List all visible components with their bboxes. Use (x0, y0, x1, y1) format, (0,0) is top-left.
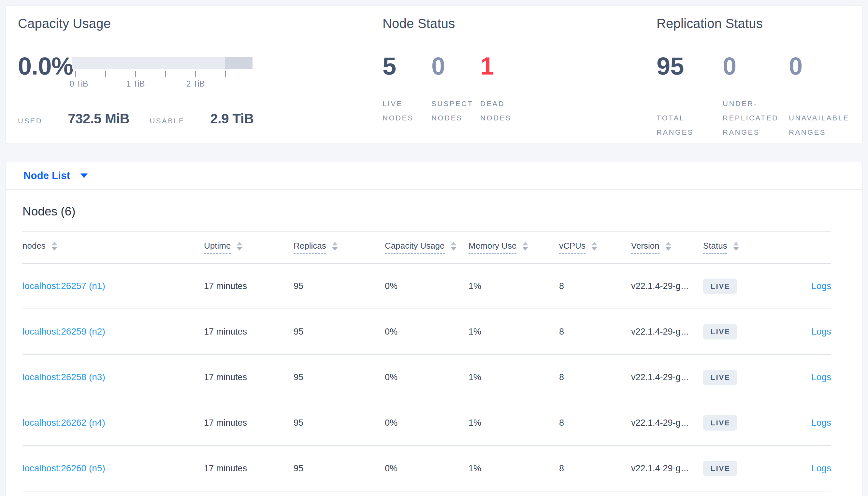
replicas-cell: 95 (294, 372, 385, 383)
status-badge: LIVE (703, 324, 737, 339)
live-nodes-count: 5 (383, 52, 431, 80)
vcpus-cell: 8 (559, 418, 631, 428)
cluster-summary-card: Capacity Usage 0.0% 0 TiB 1 TiB 2 TiB (5, 5, 863, 144)
unavailable-ranges-label: UNAVAILABLE RANGES (789, 111, 852, 140)
suspect-nodes-label: SUSPECT NODES (431, 97, 480, 125)
column-header-capacity-usage[interactable]: Capacity Usage (385, 241, 468, 254)
column-header-status[interactable]: Status (703, 241, 798, 254)
version-cell: v22.1.4-29-g… (631, 463, 703, 474)
version-cell: v22.1.4-29-g… (631, 281, 703, 291)
uptime-cell: 17 minutes (204, 463, 294, 474)
capacity-percent-value: 0.0% (18, 52, 72, 80)
replication-values: 95 0 0 (657, 52, 862, 80)
logs-link[interactable]: Logs (811, 463, 831, 473)
replicas-cell: 95 (294, 418, 385, 428)
under-replicated-ranges-label: UNDER-REPLICATED RANGES (723, 97, 786, 140)
node-status-labels: LIVE NODES SUSPECT NODES DEAD NODES (383, 97, 657, 125)
usable-value: 2.9 TiB (210, 111, 254, 127)
logs-link[interactable]: Logs (811, 372, 831, 382)
node-link[interactable]: localhost:26258 (n3) (23, 372, 105, 382)
capacity-usage-cell: 0% (385, 281, 468, 291)
table-row: localhost:26258 (n3) 17 minutes 95 0% 1%… (23, 355, 831, 400)
node-status-values: 5 0 1 (383, 52, 657, 80)
sort-icon (733, 242, 739, 251)
node-link[interactable]: localhost:26260 (n5) (23, 463, 105, 473)
memory-use-cell: 1% (468, 281, 559, 291)
node-link[interactable]: localhost:26262 (n4) (23, 418, 105, 428)
nodes-section: Nodes (6) nodes Uptime Replicas (6, 190, 862, 492)
node-link[interactable]: localhost:26257 (n1) (23, 281, 105, 291)
table-row: localhost:26262 (n4) 17 minutes 95 0% 1%… (23, 400, 831, 446)
vcpus-cell: 8 (559, 372, 631, 383)
sort-icon (451, 242, 457, 251)
axis-label-1tib: 1 TiB (126, 79, 145, 89)
uptime-cell: 17 minutes (204, 372, 294, 383)
replication-labels: TOTAL RANGES UNDER-REPLICATED RANGES UNA… (657, 97, 862, 140)
capacity-bar-track (72, 57, 253, 69)
nodes-table: nodes Uptime Replicas Capacity Usage (23, 231, 831, 492)
column-header-nodes[interactable]: nodes (23, 241, 204, 251)
uptime-cell: 17 minutes (204, 327, 294, 337)
dead-nodes-label: DEAD NODES (480, 97, 529, 125)
replicas-cell: 95 (294, 463, 385, 474)
used-value: 732.5 MiB (68, 111, 129, 127)
replicas-cell: 95 (294, 281, 385, 291)
logs-link[interactable]: Logs (811, 326, 831, 337)
column-header-vcpus[interactable]: vCPUs (559, 241, 631, 254)
chevron-down-icon[interactable] (80, 173, 88, 178)
replicas-cell: 95 (294, 327, 385, 337)
memory-use-cell: 1% (468, 463, 559, 474)
column-header-uptime[interactable]: Uptime (204, 241, 294, 254)
capacity-bar: 0 TiB 1 TiB 2 TiB (72, 52, 253, 89)
logs-link[interactable]: Logs (811, 281, 831, 291)
capacity-usage-cell: 0% (385, 372, 468, 383)
used-label: USED (18, 117, 42, 125)
node-list-card: Node List Nodes (6) nodes Uptime (5, 162, 863, 496)
capacity-usage-cell: 0% (385, 327, 468, 337)
usable-label: USABLE (150, 117, 185, 125)
vcpus-cell: 8 (559, 463, 631, 474)
unavailable-ranges-count: 0 (789, 52, 855, 80)
version-cell: v22.1.4-29-g… (631, 418, 703, 428)
column-header-memory-use[interactable]: Memory Use (468, 241, 559, 254)
status-badge: LIVE (703, 415, 737, 431)
logs-link[interactable]: Logs (811, 418, 831, 428)
capacity-bar-usable-segment (72, 57, 225, 69)
node-status-title: Node Status (383, 16, 657, 31)
replication-status-title: Replication Status (657, 16, 862, 31)
capacity-axis-ticks (72, 71, 253, 79)
vcpus-cell: 8 (559, 327, 631, 337)
status-badge: LIVE (703, 461, 737, 476)
replication-status-panel: Replication Status 95 0 0 TOTAL RANGES U… (657, 16, 862, 143)
vcpus-cell: 8 (559, 281, 631, 291)
cluster-overview-page: Capacity Usage 0.0% 0 TiB 1 TiB 2 TiB (0, 0, 868, 496)
version-cell: v22.1.4-29-g… (631, 327, 703, 337)
uptime-cell: 17 minutes (204, 418, 294, 428)
dead-nodes-count: 1 (480, 52, 529, 80)
suspect-nodes-count: 0 (431, 52, 480, 80)
capacity-bar-reserved-segment (225, 57, 253, 69)
column-header-replicas[interactable]: Replicas (294, 241, 385, 254)
table-header-row: nodes Uptime Replicas Capacity Usage (23, 232, 831, 264)
sort-icon (51, 242, 57, 251)
axis-label-2tib: 2 TiB (186, 79, 205, 89)
uptime-cell: 17 minutes (204, 281, 294, 291)
version-cell: v22.1.4-29-g… (631, 372, 703, 383)
nodes-heading: Nodes (6) (23, 204, 831, 219)
sort-icon (332, 242, 338, 251)
node-link[interactable]: localhost:26259 (n2) (23, 326, 105, 337)
memory-use-cell: 1% (468, 418, 559, 428)
capacity-usage-cell: 0% (385, 463, 468, 474)
capacity-stats-row: USED 732.5 MiB USABLE 2.9 TiB (18, 111, 383, 127)
memory-use-cell: 1% (468, 327, 559, 337)
axis-label-0tib: 0 TiB (70, 79, 88, 89)
sort-icon (592, 242, 597, 251)
capacity-axis-labels: 0 TiB 1 TiB 2 TiB (72, 79, 253, 89)
under-replicated-ranges-count: 0 (723, 52, 789, 80)
sort-icon (665, 242, 671, 251)
column-header-version[interactable]: Version (631, 241, 703, 254)
status-badge: LIVE (703, 370, 737, 385)
memory-use-cell: 1% (468, 372, 559, 383)
sort-icon (237, 242, 242, 251)
node-list-dropdown[interactable]: Node List (24, 170, 70, 182)
